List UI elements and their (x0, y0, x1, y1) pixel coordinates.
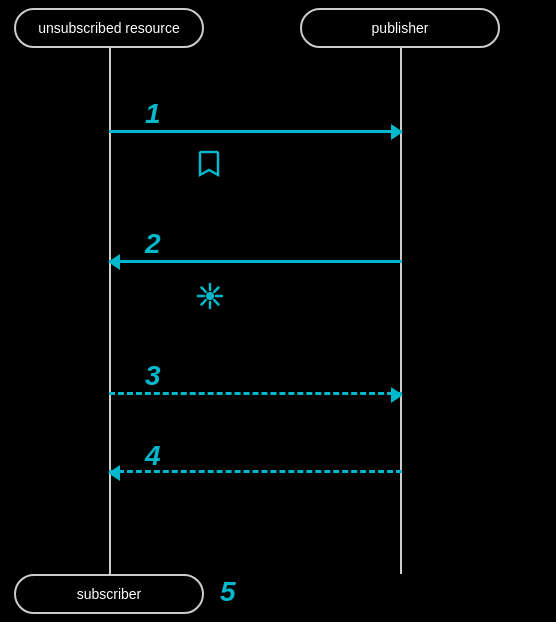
bookmark-icon (198, 150, 220, 184)
unsubscribed-resource-box: unsubscribed resource (14, 8, 204, 48)
step2-label: 2 (145, 228, 161, 260)
step1-label: 1 (145, 98, 161, 130)
svg-line-5 (202, 288, 206, 292)
subscriber-label: subscriber (77, 586, 142, 602)
step5-label: 5 (220, 576, 236, 608)
left-lifeline (109, 48, 111, 574)
publisher-box: publisher (300, 8, 500, 48)
arrow1-solid-right (109, 130, 402, 133)
asterisk-icon (196, 282, 224, 317)
arrow3-dashed-right (109, 392, 402, 395)
arrow4-dashed-left (109, 470, 402, 473)
publisher-label: publisher (372, 20, 429, 36)
svg-point-0 (206, 292, 214, 300)
subscriber-box: subscriber (14, 574, 204, 614)
diagram: unsubscribed resource publisher subscrib… (0, 0, 556, 622)
svg-line-8 (202, 300, 206, 304)
step3-label: 3 (145, 360, 161, 392)
step4-label: 4 (145, 440, 161, 472)
arrow2-solid-left (109, 260, 402, 263)
unsubscribed-label: unsubscribed resource (38, 20, 180, 36)
svg-line-6 (214, 300, 218, 304)
svg-line-7 (214, 288, 218, 292)
